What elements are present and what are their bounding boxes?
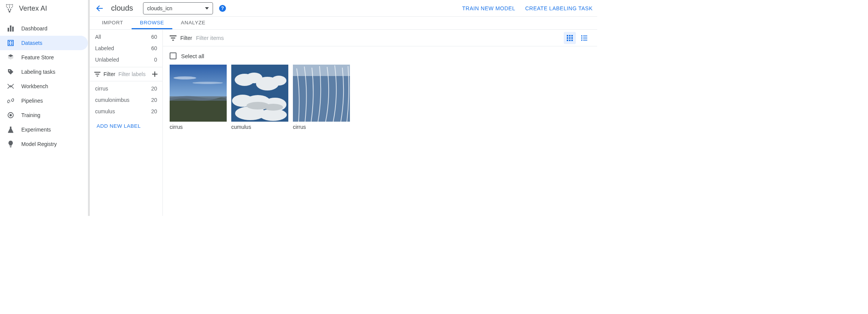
svg-rect-41 <box>571 40 573 41</box>
tab-analyze[interactable]: ANALYZE <box>172 17 214 29</box>
label-row-cumulus[interactable]: cumulus 20 <box>90 106 162 117</box>
sidebar-item-label: Feature Store <box>21 54 54 60</box>
sidebar-item-label: Pipelines <box>21 98 43 104</box>
label-row-cumulonimbus[interactable]: cumulonimbus 20 <box>90 94 162 106</box>
add-new-label-button[interactable]: ADD NEW LABEL <box>90 119 162 133</box>
sidebar-item-label: Datasets <box>21 40 42 46</box>
sidebar-item-labeling-tasks[interactable]: Labeling tasks <box>0 65 88 79</box>
sidebar-item-pipelines[interactable]: Pipelines <box>0 94 88 108</box>
svg-point-55 <box>271 76 286 86</box>
label-name: cumulus <box>95 108 115 114</box>
image-label: cumulus <box>231 124 288 130</box>
sidebar-item-label: Model Registry <box>21 141 57 147</box>
svg-point-20 <box>9 44 10 44</box>
page-title: clouds <box>111 4 133 13</box>
tag-icon <box>7 68 14 76</box>
svg-point-18 <box>9 41 10 42</box>
sidebar-item-label: Workbench <box>21 83 48 89</box>
summary-label: Unlabeled <box>95 57 119 63</box>
svg-point-49 <box>173 76 196 79</box>
tab-label: BROWSE <box>140 20 164 25</box>
create-labeling-task-button[interactable]: CREATE LABELING TASK <box>525 5 593 11</box>
pipelines-icon <box>7 97 14 105</box>
chevron-down-icon <box>205 7 209 10</box>
svg-point-62 <box>263 104 283 111</box>
svg-rect-44 <box>581 37 582 38</box>
svg-point-7 <box>12 6 13 6</box>
filter-icon <box>170 35 176 41</box>
lightbulb-icon <box>7 140 14 148</box>
tab-browse[interactable]: BROWSE <box>132 17 173 29</box>
svg-point-1 <box>8 4 8 5</box>
sidebar-item-datasets[interactable]: Datasets <box>0 36 88 50</box>
grid-view-button[interactable] <box>564 32 576 44</box>
brand-title: Vertex AI <box>19 5 47 13</box>
summary-all[interactable]: All 60 <box>90 31 162 43</box>
svg-point-6 <box>9 6 10 6</box>
summary-labeled[interactable]: Labeled 60 <box>90 43 162 54</box>
sidebar-item-dashboard[interactable]: Dashboard <box>0 21 88 36</box>
svg-rect-28 <box>95 74 99 75</box>
tab-import[interactable]: IMPORT <box>94 17 132 29</box>
sidebar-item-feature-store[interactable]: Feature Store <box>0 50 88 65</box>
tabs: IMPORT BROWSE ANALYZE <box>90 17 597 30</box>
annotation-set-select-value: clouds_icn <box>147 5 172 11</box>
help-icon[interactable]: ? <box>219 5 226 12</box>
svg-point-24 <box>10 114 11 116</box>
label-row-cirrus[interactable]: cirrus 20 <box>90 83 162 94</box>
svg-rect-14 <box>8 28 9 32</box>
summary-count: 60 <box>151 45 157 51</box>
summary-label: Labeled <box>95 45 114 51</box>
svg-point-10 <box>11 7 12 8</box>
workbench-icon <box>7 82 14 90</box>
sidebar-item-label: Labeling tasks <box>21 69 56 75</box>
svg-rect-64 <box>293 65 350 76</box>
image-card: cirrus <box>293 65 350 130</box>
image-label: cirrus <box>293 124 350 130</box>
svg-point-19 <box>11 41 12 42</box>
select-all-label: Select all <box>181 53 204 59</box>
sidebar-item-training[interactable]: Training <box>0 108 88 122</box>
label-panel: All 60 Labeled 60 Unlabeled 0 <box>90 30 163 216</box>
main: clouds clouds_icn ? TRAIN NEW MODEL CREA… <box>88 0 597 216</box>
datasets-icon <box>7 39 14 47</box>
item-filter-input[interactable]: Filter items <box>196 35 560 41</box>
add-label-icon-button[interactable] <box>152 71 158 77</box>
sidebar-item-experiments[interactable]: Experiments <box>0 122 88 137</box>
svg-point-2 <box>9 4 10 5</box>
annotation-set-select[interactable]: clouds_icn <box>143 2 213 14</box>
svg-rect-26 <box>10 147 11 147</box>
item-filter-bar: Filter Filter items <box>163 30 597 46</box>
content: All 60 Labeled 60 Unlabeled 0 <box>90 30 597 216</box>
svg-point-0 <box>6 4 7 5</box>
svg-point-21 <box>11 44 12 44</box>
summary-unlabeled[interactable]: Unlabeled 0 <box>90 54 162 65</box>
label-name: cumulonimbus <box>95 97 129 103</box>
train-new-model-button[interactable]: TRAIN NEW MODEL <box>462 5 515 11</box>
image-thumbnail[interactable] <box>170 65 227 122</box>
image-thumbnail[interactable] <box>231 65 288 122</box>
sidebar-item-workbench[interactable]: Workbench <box>0 79 88 94</box>
sidebar-item-model-registry[interactable]: Model Registry <box>0 137 88 151</box>
svg-rect-35 <box>571 35 573 36</box>
svg-point-13 <box>9 11 10 13</box>
svg-point-8 <box>7 7 8 8</box>
feature-store-icon <box>7 54 14 61</box>
svg-rect-32 <box>172 40 174 40</box>
svg-rect-36 <box>567 37 568 39</box>
sidebar-nav: Dashboard Datasets Feature Store Labelin… <box>0 21 88 151</box>
label-filter-input[interactable]: Filter labels <box>118 71 149 77</box>
image-card: cumulus <box>231 65 288 130</box>
svg-rect-43 <box>583 35 587 36</box>
back-button[interactable] <box>94 3 105 14</box>
select-all-checkbox[interactable] <box>170 52 176 59</box>
browse-scroll-area[interactable]: Select all <box>163 46 597 216</box>
summary-count: 60 <box>151 34 157 40</box>
svg-rect-42 <box>581 35 582 36</box>
tab-label: IMPORT <box>102 20 123 25</box>
label-filter-bar: Filter Filter labels <box>90 67 162 81</box>
svg-rect-29 <box>97 76 98 76</box>
list-view-button[interactable] <box>578 32 590 44</box>
image-thumbnail[interactable] <box>293 65 350 122</box>
svg-rect-15 <box>10 25 11 32</box>
